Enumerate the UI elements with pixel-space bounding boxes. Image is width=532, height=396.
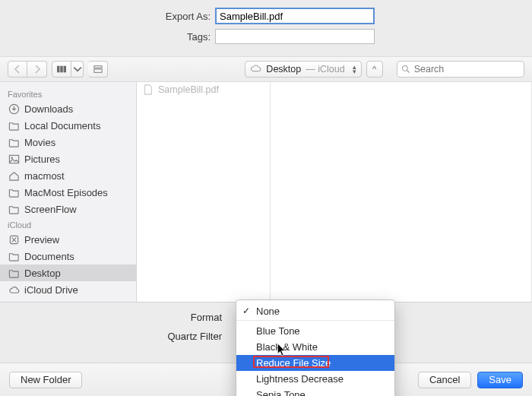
location-popup[interactable]: Desktop — iCloud ▴▾ (245, 61, 361, 78)
sidebar-item-label: ScreenFlow (24, 204, 77, 215)
sidebar-item[interactable]: ScreenFlow (0, 201, 136, 217)
back-button[interactable] (8, 61, 27, 78)
menu-item[interactable]: Reduce File Size (236, 355, 394, 371)
group-segment (88, 61, 108, 78)
folder-icon (8, 267, 20, 279)
file-browser: FavoritesDownloadsLocal DocumentsMoviesP… (0, 82, 532, 303)
view-columns-button[interactable] (52, 61, 71, 78)
search-wrap (397, 61, 524, 78)
svg-rect-4 (93, 69, 101, 72)
menu-item[interactable]: Sepia Tone (236, 387, 394, 396)
folder-icon (8, 203, 20, 215)
sidebar-item[interactable]: Preview (0, 231, 136, 248)
sidebar-item-label: macmost (24, 170, 65, 182)
cloud-icon (8, 284, 20, 296)
menu-item[interactable]: ✓None (236, 303, 394, 321)
check-icon: ✓ (242, 306, 250, 316)
collapse-button[interactable]: ^ (366, 61, 383, 78)
document-icon (143, 84, 154, 95)
menu-item[interactable]: Blue Tone (236, 323, 394, 339)
folder-icon (8, 186, 20, 198)
menu-item-label: Blue Tone (256, 325, 300, 337)
sidebar-item[interactable]: Desktop (0, 265, 136, 281)
menu-item-label: None (256, 306, 280, 317)
sidebar-item-label: Pictures (24, 154, 60, 165)
sidebar-item[interactable]: Local Documents (0, 117, 136, 134)
sidebar-item-label: MacMost Episodes (24, 187, 108, 198)
search-icon (401, 65, 410, 74)
file-list-column: SampleBill.pdf (137, 82, 271, 302)
group-button[interactable] (88, 61, 108, 78)
sidebar-item-label: iCloud Drive (24, 284, 78, 296)
svg-rect-0 (57, 66, 59, 73)
export-as-label: Export As: (0, 11, 215, 22)
updown-icon: ▴▾ (353, 65, 356, 74)
menu-item-label: Sepia Tone (256, 389, 306, 396)
sidebar-section-header: iCloud (0, 217, 136, 231)
tags-input[interactable] (215, 29, 375, 44)
downloads-icon (8, 103, 20, 115)
sidebar-item[interactable]: Documents (0, 248, 136, 265)
location-main: Desktop (266, 64, 301, 74)
quartz-filter-label: Quartz Filter (0, 331, 226, 342)
sidebar-item-label: Documents (24, 251, 74, 262)
svg-rect-1 (60, 66, 62, 73)
export-as-input[interactable] (215, 8, 375, 24)
sidebar-item-label: Local Documents (24, 120, 100, 131)
forward-button[interactable] (27, 61, 47, 78)
preview-column (271, 82, 532, 302)
folder-icon (8, 119, 20, 131)
sidebar-item[interactable]: macmost (0, 167, 136, 184)
svg-line-6 (407, 71, 409, 73)
tags-label: Tags: (0, 31, 215, 43)
location-sub: — iCloud (306, 64, 344, 74)
svg-rect-8 (9, 155, 18, 163)
view-dropdown-button[interactable] (71, 61, 84, 78)
folder-icon (8, 250, 20, 262)
sidebar: FavoritesDownloadsLocal DocumentsMoviesP… (0, 82, 137, 302)
sidebar-item-label: Downloads (24, 103, 73, 115)
save-button[interactable]: Save (477, 372, 523, 388)
menu-item-label: Reduce File Size (256, 357, 331, 369)
sidebar-item[interactable]: Pictures (0, 150, 136, 167)
sidebar-item-label: Movies (24, 137, 55, 148)
svg-point-5 (402, 66, 407, 71)
sidebar-item[interactable]: MacMost Episodes (0, 184, 136, 201)
toolbar: Desktop — iCloud ▴▾ ^ (0, 56, 532, 82)
menu-item-label: Lightness Decrease (256, 373, 344, 385)
sidebar-item[interactable]: Movies (0, 134, 136, 150)
file-item-label: SampleBill.pdf (158, 84, 219, 95)
svg-point-9 (11, 157, 12, 158)
pictures-icon (8, 153, 20, 165)
app-icon (8, 233, 20, 246)
sidebar-item-label: Desktop (24, 268, 61, 279)
home-icon (8, 169, 20, 182)
cancel-button[interactable]: Cancel (418, 372, 471, 388)
format-label: Format (0, 312, 226, 323)
menu-item[interactable]: Lightness Decrease (236, 371, 394, 387)
menu-item[interactable]: Black & White (236, 339, 394, 355)
new-folder-button[interactable]: New Folder (9, 372, 82, 388)
nav-segment (8, 61, 47, 78)
sidebar-item[interactable]: Downloads (0, 100, 136, 117)
top-fields: Export As: Tags: (0, 0, 532, 56)
view-segment (52, 61, 84, 78)
mouse-cursor-icon (277, 344, 287, 356)
sidebar-item[interactable]: iCloud Drive (0, 281, 136, 298)
folder-icon (8, 136, 20, 148)
file-item[interactable]: SampleBill.pdf (137, 82, 270, 97)
cloud-icon (250, 64, 261, 75)
search-input[interactable] (397, 61, 524, 78)
svg-rect-3 (93, 66, 101, 68)
svg-rect-2 (64, 66, 66, 73)
sidebar-section-header: Favorites (0, 87, 136, 100)
sidebar-item-label: Preview (24, 234, 59, 246)
quartz-filter-menu[interactable]: ✓NoneBlue ToneBlack & WhiteReduce File S… (236, 299, 395, 396)
